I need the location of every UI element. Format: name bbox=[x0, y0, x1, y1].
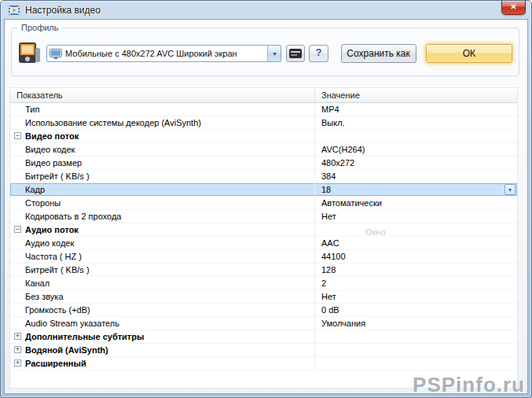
row-value-cell bbox=[315, 330, 517, 343]
dialog-client-area: Профиль Мобильные с 480x272 AVC Широкий bbox=[4, 19, 528, 394]
table-row[interactable]: Без звукаНет bbox=[10, 290, 517, 304]
row-label: Видео кодек bbox=[25, 145, 75, 154]
titlebar: Настройка видео ✕ bbox=[1, 1, 531, 19]
row-value-cell bbox=[315, 130, 517, 142]
ok-button[interactable]: ОК bbox=[426, 44, 512, 63]
settings-table: Показатель Значение ТипMP4Использование … bbox=[9, 87, 518, 389]
row-name-cell: Битрейт ( KB/s ) bbox=[10, 170, 315, 182]
row-name-cell: Частота ( HZ ) bbox=[10, 250, 315, 263]
row-name-cell: Видео размер bbox=[10, 157, 315, 169]
row-name-cell: Без звука bbox=[10, 290, 315, 303]
row-value: Умолчания bbox=[321, 319, 365, 328]
collapse-toggle-icon[interactable]: − bbox=[14, 132, 21, 139]
row-value-cell: 18▼ bbox=[315, 183, 517, 196]
profile-group-label: Профиль bbox=[18, 23, 62, 32]
row-label: Тип bbox=[25, 105, 39, 114]
column-header-parameter[interactable]: Показатель bbox=[10, 88, 315, 102]
table-row[interactable]: Громкость (+dB)0 dB bbox=[10, 304, 517, 317]
row-value: 0 dB bbox=[321, 305, 339, 315]
table-row[interactable]: Битрейт ( KB/s )128 bbox=[10, 263, 517, 277]
row-name-cell: Использование системы декодер (AviSynth) bbox=[10, 116, 315, 129]
group-row[interactable]: +Дополнительные субтитры bbox=[10, 330, 517, 344]
row-label: Видео поток bbox=[25, 131, 79, 141]
row-label: Кодировать в 2 прохода bbox=[25, 212, 121, 221]
row-name-cell: Кодировать в 2 прохода bbox=[10, 210, 315, 223]
close-button[interactable]: ✕ bbox=[501, 1, 526, 15]
group-row[interactable]: −Аудио поток bbox=[10, 223, 517, 237]
value-dropdown-arrow[interactable]: ▼ bbox=[504, 184, 515, 195]
row-value-cell: AVC(H264) bbox=[315, 143, 517, 156]
row-label: Расширенный bbox=[25, 359, 86, 368]
row-name-cell: Битрейт ( KB/s ) bbox=[10, 263, 315, 276]
row-label: Аудио кодек bbox=[25, 238, 74, 248]
table-row[interactable]: Видео размер480x272 bbox=[10, 157, 517, 170]
group-row[interactable]: +Водяной (AviSynth) bbox=[10, 344, 517, 357]
table-row[interactable]: Видео кодекAVC(H264) bbox=[10, 143, 517, 157]
column-header-value[interactable]: Значение bbox=[315, 88, 517, 102]
row-label: Частота ( HZ ) bbox=[25, 252, 82, 261]
table-row[interactable]: Audio Stream указательУмолчания bbox=[10, 317, 517, 330]
expand-toggle-icon[interactable]: + bbox=[14, 346, 21, 353]
avi-format-icon bbox=[289, 49, 302, 58]
row-value-cell: AAC bbox=[315, 237, 517, 249]
row-value: 384 bbox=[321, 171, 336, 181]
row-value-cell: MP4 bbox=[315, 103, 517, 116]
table-row[interactable]: Кодировать в 2 проходаНет bbox=[10, 210, 517, 223]
row-label: Стороны bbox=[25, 198, 61, 208]
row-value-cell: Выкл. bbox=[315, 116, 517, 129]
row-label: Использование системы декодер (AviSynth) bbox=[25, 118, 201, 127]
row-value: Нет bbox=[321, 292, 336, 301]
site-watermark: PSPinfo.ru bbox=[413, 373, 525, 397]
expand-toggle-icon[interactable]: + bbox=[14, 359, 21, 367]
row-label: Без звука bbox=[25, 292, 64, 301]
table-row[interactable]: Кадр18▼ bbox=[10, 183, 517, 197]
row-value: AVC(H264) bbox=[321, 145, 365, 154]
row-name-cell: −Аудио поток bbox=[10, 223, 315, 236]
group-row[interactable]: −Видео поток bbox=[10, 130, 517, 143]
row-name-cell: Аудио кодек bbox=[10, 237, 315, 249]
profile-combobox-value: Мобильные с 480x272 AVC Широкий экран bbox=[65, 49, 264, 58]
row-value-cell bbox=[315, 344, 517, 356]
row-name-cell: −Видео поток bbox=[10, 130, 315, 142]
row-label: Аудио поток bbox=[25, 225, 79, 234]
row-value: MP4 bbox=[321, 105, 339, 114]
table-row[interactable]: Аудио кодекAAC bbox=[10, 237, 517, 250]
window-title: Настройка видео bbox=[25, 5, 101, 16]
chevron-down-icon[interactable]: ▼ bbox=[267, 46, 281, 61]
row-label: Кадр bbox=[25, 185, 45, 194]
table-row[interactable]: Частота ( HZ )44100 bbox=[10, 250, 517, 263]
table-row[interactable]: СтороныАвтоматически bbox=[10, 197, 517, 210]
profile-combobox[interactable]: Мобильные с 480x272 AVC Широкий экран ▼ bbox=[46, 45, 281, 62]
save-as-button[interactable]: Сохранить как bbox=[341, 44, 416, 63]
table-row[interactable]: Использование системы декодер (AviSynth)… bbox=[10, 116, 517, 130]
profile-groupbox: Профиль Мобильные с 480x272 AVC Широкий bbox=[11, 28, 519, 76]
row-value-cell: 384 bbox=[315, 170, 517, 182]
table-row[interactable]: Битрейт ( KB/s )384 bbox=[10, 170, 517, 183]
row-name-cell: Видео кодек bbox=[10, 143, 315, 156]
app-icon bbox=[8, 4, 20, 17]
row-label: Битрейт ( KB/s ) bbox=[25, 171, 90, 181]
table-row[interactable]: Канал2 bbox=[10, 277, 517, 290]
row-value: Нет bbox=[321, 212, 336, 221]
row-label: Канал bbox=[25, 278, 50, 288]
row-value-cell: 480x272 bbox=[315, 157, 517, 169]
format-info-button[interactable] bbox=[286, 45, 305, 62]
profile-device-icon bbox=[17, 42, 42, 65]
row-value-cell: Нет bbox=[315, 290, 517, 303]
row-value-cell: 2 bbox=[315, 277, 517, 289]
row-name-cell: Громкость (+dB) bbox=[10, 304, 315, 316]
row-label: Водяной (AviSynth) bbox=[25, 345, 108, 355]
ghost-window-text: Окно bbox=[365, 227, 386, 237]
row-name-cell: +Дополнительные субтитры bbox=[10, 330, 315, 343]
row-value-cell: 0 dB bbox=[315, 304, 517, 316]
expand-toggle-icon[interactable]: + bbox=[14, 333, 21, 340]
row-value: 44100 bbox=[321, 252, 346, 261]
row-value-cell: Нет bbox=[315, 210, 517, 223]
collapse-toggle-icon[interactable]: − bbox=[14, 226, 21, 233]
row-label: Дополнительные субтитры bbox=[25, 332, 144, 341]
table-row[interactable]: ТипMP4 bbox=[10, 103, 517, 116]
row-name-cell: +Водяной (AviSynth) bbox=[10, 344, 315, 356]
help-button[interactable]: ? bbox=[309, 45, 328, 62]
row-value: 128 bbox=[321, 265, 336, 275]
group-row[interactable]: +Расширенный bbox=[10, 357, 517, 370]
